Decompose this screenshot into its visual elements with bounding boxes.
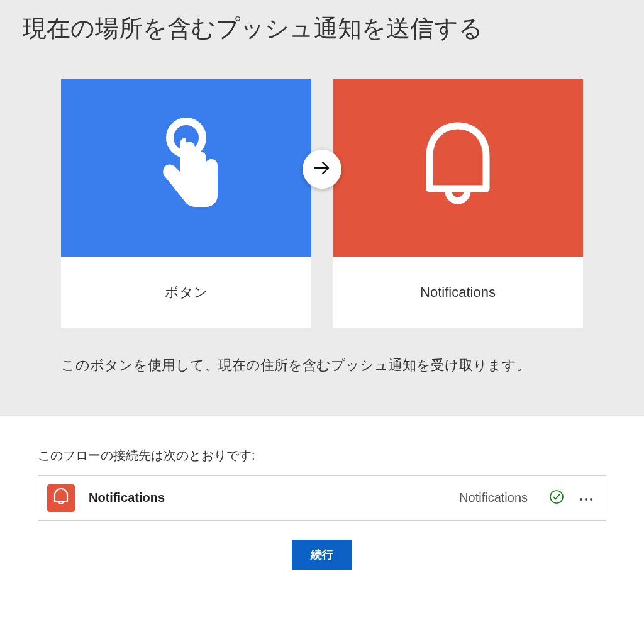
hero-section: 現在の場所を含むプッシュ通知を送信する ボタン — [0, 0, 644, 416]
bell-icon — [53, 487, 69, 509]
page-title: 現在の場所を含むプッシュ通知を送信する — [23, 13, 625, 45]
connection-status-ok — [549, 489, 564, 507]
flow-description: このボタンを使用して、現在の住所を含むプッシュ通知を受け取ります。 — [61, 353, 583, 378]
connection-name: Notifications — [89, 491, 459, 505]
svg-point-3 — [585, 498, 587, 501]
continue-button-wrap: 続行 — [38, 540, 606, 582]
continue-button[interactable]: 続行 — [292, 540, 352, 570]
trigger-card-icon-area — [61, 79, 311, 257]
arrow-right-icon — [313, 158, 331, 180]
flow-arrow — [303, 150, 341, 189]
action-card-icon-area — [333, 79, 583, 257]
button-press-icon — [148, 116, 224, 219]
trigger-card-label: ボタン — [61, 257, 311, 328]
action-card[interactable]: Notifications — [333, 79, 583, 328]
more-horizontal-icon — [579, 491, 593, 504]
flow-cards-row: ボタン Notifications — [19, 79, 625, 328]
checkmark-circle-icon — [549, 489, 564, 507]
connections-heading: このフローの接続先は次のとおりです: — [38, 447, 606, 464]
action-card-label: Notifications — [333, 257, 583, 328]
connection-row: Notifications Notifications — [38, 475, 606, 521]
svg-point-2 — [580, 498, 582, 501]
connection-service-icon-box — [47, 484, 75, 512]
trigger-card[interactable]: ボタン — [61, 79, 311, 328]
connections-section: このフローの接続先は次のとおりです: Notifications Notific… — [0, 416, 644, 582]
connection-more-button[interactable] — [579, 491, 593, 504]
connection-service-label: Notifications — [459, 491, 528, 505]
bell-icon — [417, 119, 499, 216]
svg-point-4 — [590, 498, 592, 501]
svg-point-1 — [550, 491, 563, 503]
